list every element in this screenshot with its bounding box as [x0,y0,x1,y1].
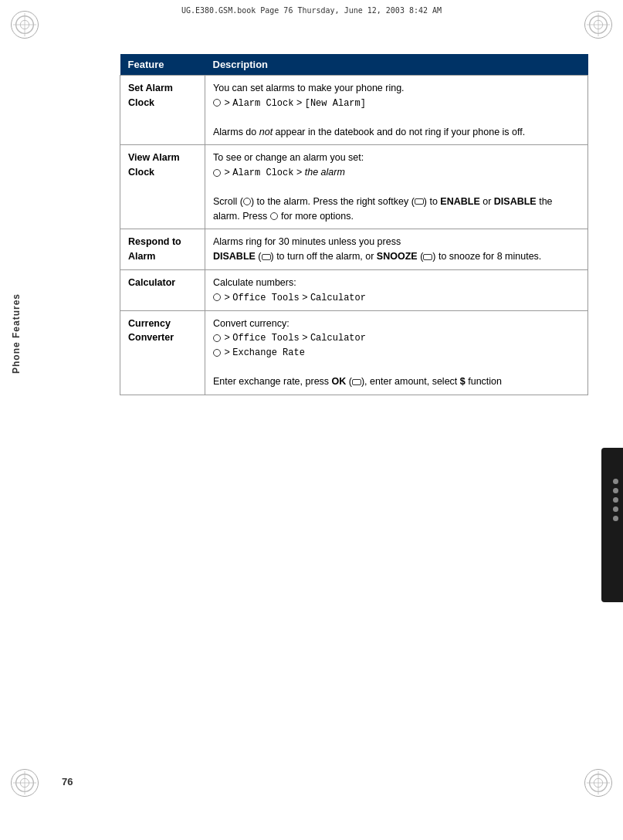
features-table: Feature Description Set Alarm Clock You … [120,54,588,395]
corner-decoration-tr [584,11,612,39]
table-row: Set Alarm Clock You can set alarms to ma… [120,76,588,145]
sidebar-dot-1 [613,479,618,484]
menu-item: Calculator [310,293,366,303]
sidebar-strip [601,448,623,602]
sidebar-dot-3 [613,497,618,503]
menu-path: Alarm Clock [232,168,293,178]
menu-path: Alarm Clock [232,98,293,109]
feature-cell: Calculator [120,269,205,310]
menu-path: Office Tools [232,293,299,303]
feature-cell: View Alarm Clock [120,145,205,229]
page-header: UG.E380.GSM.book Page 76 Thursday, June … [0,6,623,15]
feature-cell: Currency Converter [120,310,205,395]
menu-icon [213,99,221,107]
feature-cell: Set Alarm Clock [120,76,205,145]
table-row: Respond to Alarm Alarms ring for 30 minu… [120,229,588,270]
col-header-feature: Feature [120,54,205,76]
page: UG.E380.GSM.book Page 76 Thursday, June … [0,0,623,840]
menu-icon [270,212,278,220]
col-header-description: Description [205,54,588,76]
corner-decoration-br [584,769,612,797]
menu-path: Office Tools [232,333,299,344]
menu-item: Calculator [310,333,366,344]
main-table-wrapper: Feature Description Set Alarm Clock You … [120,54,588,763]
softkey-icon [262,254,271,260]
table-row: Calculator Calculate numbers: > Office T… [120,269,588,310]
softkey-icon [415,198,424,205]
page-number: 76 [62,776,73,788]
softkey-icon [352,379,361,385]
corner-decoration-bl [11,769,39,797]
side-label: Phone Features [11,293,22,374]
description-cell: Alarms ring for 30 minutes unless you pr… [205,229,588,270]
description-cell: To see or change an alarm you set: > Ala… [205,145,588,229]
description-cell: Calculate numbers: > Office Tools > Calc… [205,269,588,310]
menu-icon [213,334,221,342]
menu-item: Exchange Rate [232,347,305,358]
menu-icon [213,293,221,301]
softkey-icon [423,254,432,260]
feature-cell: Respond to Alarm [120,229,205,270]
description-cell: You can set alarms to make your phone ri… [205,76,588,145]
sidebar-dot-4 [613,506,618,512]
sidebar-dot-2 [613,488,618,493]
scroll-icon [243,198,251,205]
corner-decoration-tl [11,11,39,39]
table-row: Currency Converter Convert currency: > O… [120,310,588,395]
menu-icon [213,349,221,357]
sidebar-dots [613,479,618,521]
menu-icon [213,169,221,177]
description-cell: Convert currency: > Office Tools > Calcu… [205,310,588,395]
table-row: View Alarm Clock To see or change an ala… [120,145,588,229]
menu-item: [New Alarm] [305,98,366,109]
sidebar-dot-5 [613,516,618,521]
